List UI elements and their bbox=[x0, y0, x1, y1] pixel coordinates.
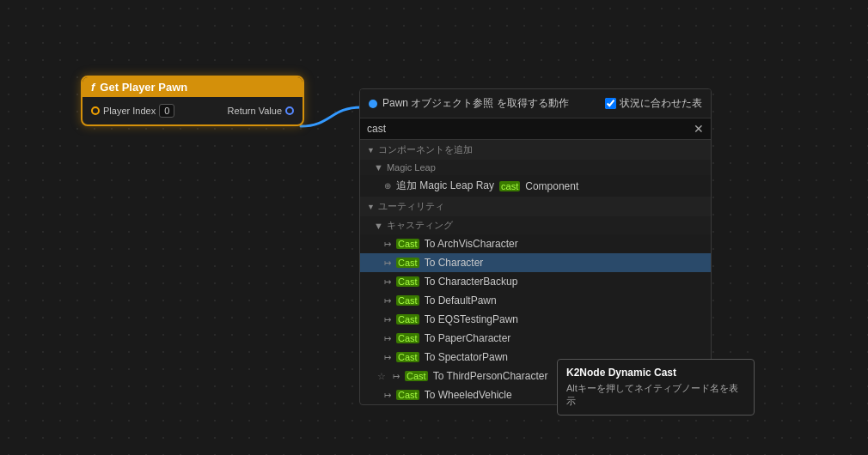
node-box: f Get Player Pawn Player Index 0 Return … bbox=[81, 76, 304, 126]
cast-highlight: Cast bbox=[396, 390, 419, 400]
cast-highlight: Cast bbox=[396, 258, 419, 268]
search-clear-button[interactable]: ✕ bbox=[694, 122, 704, 136]
search-input[interactable] bbox=[367, 123, 690, 135]
list-item[interactable]: ⊕ 追加 Magic Leap Raycast Component bbox=[360, 175, 711, 197]
item-suffix: To ArchVisCharacter bbox=[425, 238, 518, 250]
cast-highlight: Cast bbox=[396, 295, 419, 306]
arrow-icon: ↦ bbox=[393, 372, 400, 381]
cast-highlight: Cast bbox=[396, 314, 419, 325]
context-checkbox[interactable] bbox=[605, 98, 616, 109]
cast-highlight: Cast bbox=[405, 371, 428, 381]
function-icon: f bbox=[91, 81, 95, 94]
cast-highlight: Cast bbox=[396, 276, 419, 287]
section-label-utility: ユーティリティ bbox=[378, 200, 444, 213]
player-index-label: Player Index bbox=[103, 106, 156, 116]
dropdown-header: Pawn オブジェクト参照 を取得する動作 状況に合わせた表 bbox=[360, 89, 711, 118]
list-item[interactable]: ↦ Cast To Character bbox=[360, 253, 711, 272]
section-label-components: コンポーネントを追加 bbox=[378, 143, 473, 156]
item-suffix: To CharacterBackup bbox=[425, 276, 518, 288]
sub-section-label: Magic Leap bbox=[387, 162, 436, 173]
arrow-icon: ↦ bbox=[384, 315, 391, 325]
list-item[interactable]: ↦ Cast To PaperCharacter bbox=[360, 329, 711, 348]
player-index-value[interactable]: 0 bbox=[159, 104, 174, 118]
item-suffix: To PaperCharacter bbox=[425, 332, 511, 344]
sub-section-label-casting: キャスティング bbox=[387, 219, 453, 232]
pin-circle-right bbox=[285, 106, 294, 115]
search-row: ✕ bbox=[360, 118, 711, 140]
list-item[interactable]: ↦ Cast To DefaultPawn bbox=[360, 291, 711, 310]
item-suffix: To DefaultPawn bbox=[425, 294, 497, 306]
return-value-label: Return Value bbox=[228, 106, 282, 116]
sub-triangle-icon-2: ▼ bbox=[374, 221, 383, 231]
list-item[interactable]: ↦ Cast To ArchVisCharacter bbox=[360, 234, 711, 253]
cast-highlight: cast bbox=[499, 181, 520, 191]
node-body: Player Index 0 Return Value bbox=[83, 97, 303, 124]
arrow-icon: ↦ bbox=[384, 240, 391, 249]
tooltip-title: K2Node Dynamic Cast bbox=[566, 367, 745, 379]
tooltip: K2Node Dynamic Cast Altキーを押してネイティブノード名を表… bbox=[557, 359, 755, 416]
arrow-icon: ⊕ bbox=[384, 181, 391, 191]
cast-highlight: Cast bbox=[396, 239, 419, 249]
triangle-icon-2: ▼ bbox=[367, 203, 375, 211]
cast-highlight: Cast bbox=[396, 352, 419, 362]
triangle-icon: ▼ bbox=[367, 146, 375, 155]
context-menu: Pawn オブジェクト参照 を取得する動作 状況に合わせた表 ✕ ▼ コンポーネ… bbox=[359, 88, 712, 405]
sub-section-magic-leap: ▼ Magic Leap bbox=[360, 160, 711, 175]
item-suffix: To SpectatorPawn bbox=[425, 351, 508, 363]
arrow-icon: ↦ bbox=[384, 353, 391, 362]
item-suffix: To EQSTestingPawn bbox=[425, 313, 518, 325]
arrow-icon: ↦ bbox=[384, 277, 391, 287]
node-header: f Get Player Pawn bbox=[83, 77, 303, 97]
item-text-before: 追加 Magic Leap Ray bbox=[396, 179, 494, 193]
cast-highlight: Cast bbox=[396, 333, 419, 343]
header-description: Pawn オブジェクト参照 を取得する動作 bbox=[382, 96, 600, 111]
sub-triangle-icon: ▼ bbox=[374, 162, 383, 173]
node-pin-right: Return Value bbox=[228, 106, 294, 116]
star-icon: ☆ bbox=[377, 371, 386, 382]
list-item[interactable]: ↦ Cast To EQSTestingPawn bbox=[360, 310, 711, 329]
node-title: Get Player Pawn bbox=[100, 81, 187, 94]
arrow-icon: ↦ bbox=[384, 258, 391, 268]
item-suffix: To Character bbox=[425, 257, 484, 269]
arrow-icon: ↦ bbox=[384, 391, 391, 400]
section-header-utility: ▼ ユーティリティ bbox=[360, 197, 711, 216]
arrow-icon: ↦ bbox=[384, 334, 391, 343]
pin-circle-left bbox=[91, 106, 100, 115]
pawn-dot-icon bbox=[369, 100, 377, 108]
context-checkbox-text: 状況に合わせた表 bbox=[620, 96, 702, 111]
item-text-after: Component bbox=[525, 180, 578, 192]
list-item[interactable]: ↦ Cast To CharacterBackup bbox=[360, 272, 711, 291]
node-pin-left: Player Index 0 bbox=[91, 104, 174, 118]
item-suffix: To WheeledVehicle bbox=[425, 389, 512, 401]
sub-section-casting: ▼ キャスティング bbox=[360, 216, 711, 234]
item-suffix: To ThirdPersonCharacter bbox=[433, 370, 548, 382]
arrow-icon: ↦ bbox=[384, 296, 391, 306]
blueprint-node: f Get Player Pawn Player Index 0 Return … bbox=[81, 76, 304, 126]
tooltip-description: Altキーを押してネイティブノード名を表示 bbox=[566, 382, 745, 408]
section-header-components: ▼ コンポーネントを追加 bbox=[360, 140, 711, 160]
context-checkbox-label[interactable]: 状況に合わせた表 bbox=[605, 96, 702, 111]
